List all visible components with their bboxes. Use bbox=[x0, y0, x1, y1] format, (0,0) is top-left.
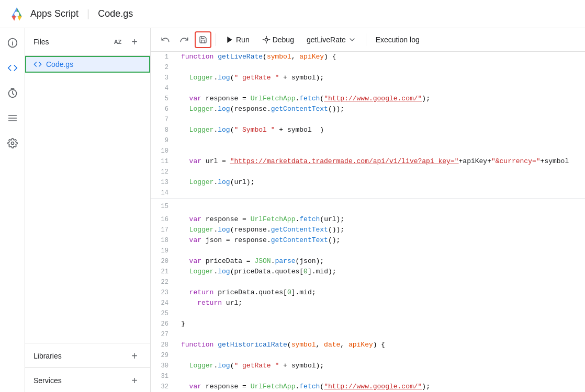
run-icon bbox=[226, 36, 234, 44]
line-22: 22 bbox=[151, 277, 585, 287]
line-13: 13 Logger.log(url); bbox=[151, 177, 585, 188]
redo-icon bbox=[179, 35, 189, 44]
add-library-btn[interactable]: + bbox=[127, 349, 142, 363]
line-17: 17 Logger.log(response.getContentText())… bbox=[151, 225, 585, 235]
line-29: 29 bbox=[151, 350, 585, 361]
code-table: 1 function getLiveRate(symbol, apiKey) {… bbox=[151, 52, 585, 392]
services-title: Services bbox=[33, 376, 62, 385]
top-bar: Apps Script | Code.gs bbox=[0, 0, 585, 28]
save-btn[interactable] bbox=[195, 31, 211, 48]
file-item-code-gs[interactable]: Code.gs bbox=[25, 56, 150, 73]
line-19: 19 bbox=[151, 246, 585, 256]
title-divider: | bbox=[87, 8, 89, 20]
line-24: 24 return url; bbox=[151, 298, 585, 308]
chevron-down-icon bbox=[348, 36, 356, 44]
code-file-icon bbox=[33, 60, 42, 68]
line-2: 2 bbox=[151, 62, 585, 73]
line-5: 5 var response = UrlFetchApp.fetch("http… bbox=[151, 94, 585, 104]
line-11: 11 var url = "https://marketdata.traderm… bbox=[151, 156, 585, 167]
line-25: 25 bbox=[151, 308, 585, 319]
svg-point-14 bbox=[11, 142, 14, 145]
info-icon bbox=[7, 38, 18, 48]
undo-btn[interactable] bbox=[157, 31, 174, 48]
code-editor[interactable]: 1 function getLiveRate(symbol, apiKey) {… bbox=[151, 52, 585, 392]
file-panel-actions: AZ + bbox=[110, 34, 142, 49]
sidebar-icons bbox=[0, 28, 25, 392]
run-btn[interactable]: Run bbox=[220, 32, 255, 47]
line-9: 9 bbox=[151, 135, 585, 146]
toolbar-divider-1 bbox=[216, 33, 216, 46]
file-panel: Files AZ + Code.gs Libraries + Services … bbox=[25, 28, 151, 392]
line-10: 10 bbox=[151, 146, 585, 156]
editor-toolbar: Run Debug getLiveRate Execution log bbox=[151, 28, 585, 52]
line-28: 28 function getHistoricalRate(symbol, da… bbox=[151, 340, 585, 350]
line-32: 32 var response = UrlFetchApp.fetch("htt… bbox=[151, 382, 585, 392]
libraries-header: Libraries + bbox=[25, 343, 150, 367]
libraries-title: Libraries bbox=[33, 352, 62, 360]
line-6: 6 Logger.log(response.getContentText()); bbox=[151, 104, 585, 114]
line-31: 31 bbox=[151, 371, 585, 382]
line-20: 20 var priceData = JSON.parse(json); bbox=[151, 256, 585, 267]
files-header: Files AZ + bbox=[25, 28, 150, 56]
clock-icon-btn[interactable] bbox=[2, 83, 23, 103]
save-icon bbox=[199, 36, 207, 44]
line-4: 4 bbox=[151, 83, 585, 94]
add-file-btn[interactable]: + bbox=[127, 34, 142, 49]
file-title: Code.gs bbox=[98, 8, 133, 19]
sort-files-btn[interactable]: AZ bbox=[110, 34, 125, 49]
function-selector[interactable]: getLiveRate bbox=[301, 32, 362, 47]
line-21: 21 Logger.log(priceData.quotes[0].mid); bbox=[151, 267, 585, 277]
app-title: Apps Script bbox=[30, 8, 78, 19]
svg-point-16 bbox=[265, 38, 267, 41]
line-7: 7 bbox=[151, 114, 585, 125]
line-27: 27 bbox=[151, 329, 585, 340]
file-list: Code.gs bbox=[25, 56, 150, 343]
services-header: Services + bbox=[25, 367, 150, 392]
add-service-btn[interactable]: + bbox=[127, 373, 142, 388]
logo-area: Apps Script bbox=[8, 6, 78, 22]
svg-point-8 bbox=[12, 41, 13, 42]
line-14: 14 bbox=[151, 188, 585, 199]
undo-icon bbox=[161, 35, 170, 44]
line-18: 18 var json = response.getContentText(); bbox=[151, 235, 585, 246]
files-title: Files bbox=[33, 38, 49, 46]
info-icon-btn[interactable] bbox=[2, 32, 23, 53]
svg-point-5 bbox=[14, 11, 19, 17]
toolbar-divider-2 bbox=[366, 33, 366, 46]
code-icon-btn[interactable] bbox=[2, 57, 23, 78]
execution-log-btn[interactable]: Execution log bbox=[370, 32, 425, 47]
gear-icon bbox=[7, 138, 18, 148]
executions-icon bbox=[7, 113, 18, 123]
line-8: 8 Logger.log(" Symbol " + symbol ) bbox=[151, 125, 585, 135]
executions-icon-btn[interactable] bbox=[2, 108, 23, 129]
debug-icon bbox=[262, 36, 271, 44]
line-1: 1 function getLiveRate(symbol, apiKey) { bbox=[151, 52, 585, 62]
code-icon bbox=[7, 63, 18, 73]
line-3: 3 Logger.log(" getRate " + symbol); bbox=[151, 73, 585, 83]
file-name-code-gs: Code.gs bbox=[46, 60, 73, 68]
redo-btn[interactable] bbox=[176, 31, 193, 48]
editor-area: Run Debug getLiveRate Execution log bbox=[151, 28, 585, 392]
svg-marker-15 bbox=[227, 37, 232, 43]
clock-icon bbox=[7, 88, 18, 98]
debug-btn[interactable]: Debug bbox=[257, 32, 299, 47]
main-layout: Files AZ + Code.gs Libraries + Services … bbox=[0, 28, 585, 392]
line-23: 23 return priceData.quotes[0].mid; bbox=[151, 287, 585, 298]
line-16: 16 var response = UrlFetchApp.fetch(url)… bbox=[151, 214, 585, 225]
line-26: 26 } bbox=[151, 319, 585, 329]
line-15: 15 bbox=[151, 199, 585, 215]
apps-script-logo bbox=[8, 6, 25, 22]
settings-icon-btn[interactable] bbox=[2, 133, 23, 154]
line-30: 30 Logger.log(" getRate " + symbol); bbox=[151, 361, 585, 371]
line-12: 12 bbox=[151, 167, 585, 177]
